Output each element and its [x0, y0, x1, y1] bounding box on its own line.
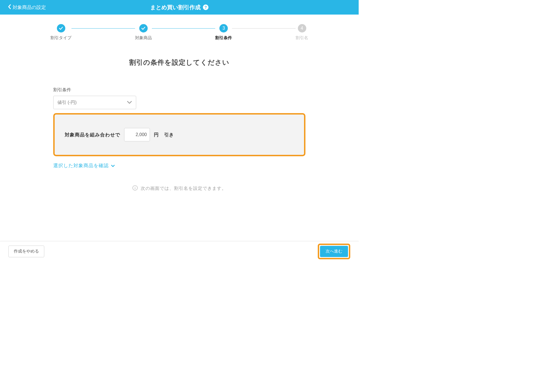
condition-label: 割引条件	[53, 87, 305, 93]
step-discount-type: 割引タイプ	[50, 24, 71, 41]
chevron-left-icon	[8, 4, 11, 11]
cancel-button[interactable]: 作成をやめる	[8, 246, 44, 257]
header-bar: 対象商品の設定 まとめ買い割引作成 ?	[0, 0, 359, 15]
confirm-link-text: 選択した対象商品を確認	[53, 162, 109, 169]
chevron-down-icon	[127, 100, 132, 105]
info-icon	[132, 185, 138, 192]
step-label: 割引タイプ	[50, 35, 71, 41]
page-title: まとめ買い割引作成 ?	[150, 4, 208, 11]
combo-suffix: 引き	[164, 132, 174, 138]
info-message: 次の画面では、割引名を設定できます。	[53, 185, 305, 192]
check-icon	[139, 24, 148, 32]
discount-type-select[interactable]: 値引 (-円)	[53, 96, 136, 109]
info-text: 次の画面では、割引名を設定できます。	[141, 186, 226, 192]
discount-condition-box: 対象商品を組み合わせで 円 引き	[53, 113, 305, 156]
confirm-products-link[interactable]: 選択した対象商品を確認	[53, 162, 305, 169]
step-number: 4	[298, 24, 306, 32]
step-discount-name: 4 割引名	[296, 24, 308, 41]
progress-stepper: 割引タイプ 対象商品 3 割引条件 4 割引名	[0, 24, 359, 41]
help-icon[interactable]: ?	[203, 4, 208, 10]
title-text: まとめ買い割引作成	[150, 4, 201, 11]
step-label: 対象商品	[135, 35, 152, 41]
step-label: 割引条件	[215, 35, 232, 41]
step-number: 3	[219, 24, 228, 32]
back-label: 対象商品の設定	[13, 4, 46, 11]
step-target-products: 対象商品	[135, 24, 152, 41]
step-connector	[71, 28, 135, 29]
step-connector	[152, 28, 215, 29]
step-discount-condition: 3 割引条件	[215, 24, 232, 41]
select-value: 値引 (-円)	[57, 100, 76, 106]
main-content: 割引の条件を設定してください 割引条件 値引 (-円) 対象商品を組み合わせで …	[50, 58, 308, 192]
step-connector	[232, 28, 296, 29]
step-label: 割引名	[296, 35, 308, 41]
next-button[interactable]: 次へ進む	[320, 246, 348, 257]
chevron-down-icon	[111, 163, 115, 169]
combo-prefix: 対象商品を組み合わせで	[65, 132, 120, 138]
check-icon	[57, 24, 65, 32]
currency-unit: 円	[154, 132, 159, 138]
next-button-highlight: 次へ進む	[318, 244, 350, 259]
page-heading: 割引の条件を設定してください	[53, 58, 305, 67]
back-button[interactable]: 対象商品の設定	[8, 4, 46, 11]
discount-amount-input[interactable]	[124, 128, 150, 141]
svg-point-2	[135, 186, 135, 187]
footer-bar: 作成をやめる 次へ進む	[0, 241, 359, 261]
